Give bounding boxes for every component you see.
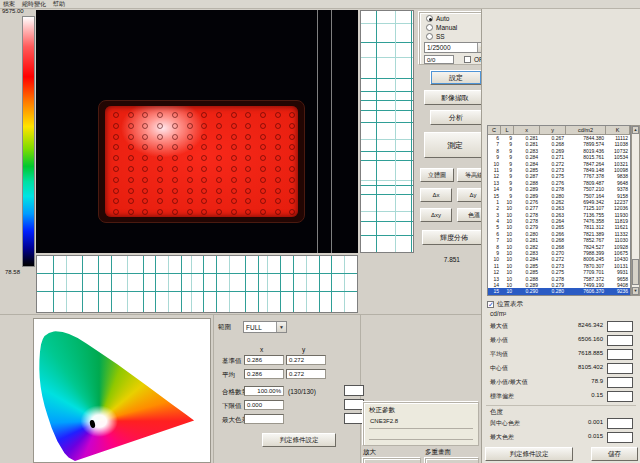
- measurement-point: [172, 123, 178, 129]
- measurement-point: [113, 166, 119, 172]
- judge-indicator: [344, 413, 364, 424]
- chroma-section-label: 色度: [490, 408, 503, 417]
- measurement-point: [245, 123, 251, 129]
- measure-button[interactable]: 測定: [424, 132, 486, 158]
- profile-gridline: [361, 122, 413, 123]
- measurement-point: [245, 177, 251, 183]
- or-checkbox[interactable]: [464, 56, 471, 63]
- calibration-group: 校正參數 CNE3F2.8: [363, 402, 479, 446]
- position-display-checkbox[interactable]: ✓: [487, 301, 494, 308]
- stat-label: 與中心色差: [490, 419, 520, 428]
- cursor-line-vertical-2[interactable]: [331, 10, 332, 253]
- counter-field[interactable]: 0/0: [424, 55, 454, 64]
- measurement-point: [157, 112, 163, 118]
- position-display-row[interactable]: ✓ 位置表示: [487, 300, 523, 309]
- measurement-point: [172, 188, 178, 194]
- radio-ss[interactable]: SS: [426, 33, 445, 40]
- judge-indicator: [344, 385, 364, 396]
- radio-auto[interactable]: Auto: [426, 15, 449, 22]
- measurement-point: [157, 198, 163, 204]
- measurement-point: [142, 123, 148, 129]
- stat-label: 最大值: [490, 322, 508, 331]
- radio-manual-circle[interactable]: [426, 24, 433, 31]
- measurement-point: [231, 112, 237, 118]
- profile-gridline: [168, 256, 169, 312]
- profile-gridline: [319, 256, 320, 312]
- calibration-value: CNE3F2.8: [370, 418, 398, 424]
- judge-indicator: [607, 377, 633, 388]
- table-row[interactable]: 15100.2900.2807606.3709236: [488, 288, 630, 294]
- stat-row-center: 中心值 8105.402: [490, 364, 635, 375]
- judge-indicator: [607, 432, 633, 443]
- measurement-point: [245, 134, 251, 140]
- radio-manual[interactable]: Manual: [426, 24, 457, 31]
- stat-row-avg: 平均值 7618.885: [490, 350, 635, 361]
- scroll-up-icon[interactable]: ▲: [632, 126, 639, 134]
- scroll-down-icon[interactable]: ▼: [632, 287, 639, 295]
- cursor-line-vertical-1[interactable]: [317, 10, 318, 253]
- measurement-point: [172, 144, 178, 150]
- measurement-point: [128, 198, 134, 204]
- measurement-point: [187, 123, 193, 129]
- judge-indicator: [607, 349, 633, 360]
- luminance-dist-button[interactable]: 輝度分佈: [422, 230, 486, 245]
- horizontal-profile-plot: [36, 255, 358, 313]
- app-window: 檔案 縮時變化 幫助 9575.00 78.58 7.851 Auto Manu…: [0, 0, 640, 463]
- measurement-point: [187, 209, 193, 215]
- measurement-point: [172, 134, 178, 140]
- measurement-point: [201, 112, 207, 118]
- save-button[interactable]: 儲存: [591, 447, 638, 461]
- measurement-point: [157, 188, 163, 194]
- judge-indicator: [607, 335, 633, 346]
- measurement-image[interactable]: [36, 10, 358, 253]
- judge-settings-button-2[interactable]: 判定條件設定: [262, 433, 336, 447]
- menu-bar: 檔案 縮時變化 幫助: [0, 0, 640, 9]
- stat-row-min: 最小值 6506.160: [490, 336, 635, 347]
- measurement-point: [157, 123, 163, 129]
- table-scrollbar[interactable]: ▲ ▼: [631, 125, 640, 296]
- capture-button[interactable]: 影像擷取: [424, 90, 486, 105]
- col-header-l: L: [501, 126, 514, 135]
- cursor-readout: 7.851: [398, 256, 460, 263]
- profile-gridline: [361, 110, 413, 111]
- measurement-point: [142, 155, 148, 161]
- delta-xy-button[interactable]: Δxy: [420, 208, 452, 222]
- radio-auto-circle[interactable]: [426, 15, 433, 22]
- measurement-point: [260, 134, 266, 140]
- profile-gridline: [155, 256, 156, 312]
- profile-gridline: [37, 273, 357, 274]
- radio-ss-circle[interactable]: [426, 33, 433, 40]
- settings-button[interactable]: 設定: [430, 70, 482, 85]
- shutter-select[interactable]: 1/25000 ▼: [424, 42, 488, 53]
- measurement-point: [289, 155, 295, 161]
- measurement-point: [187, 144, 193, 150]
- lower-limit-field[interactable]: 0.000: [244, 400, 284, 410]
- stat-label: 最大色差: [490, 433, 514, 442]
- measurement-point: [289, 134, 295, 140]
- position-display-label: 位置表示: [497, 300, 523, 309]
- analyze-button[interactable]: 分析: [430, 110, 482, 125]
- max-colordiff-field[interactable]: [244, 414, 284, 424]
- measurement-point: [172, 177, 178, 183]
- col-header-y: y: [540, 126, 566, 135]
- cie-chromaticity-diagram: [38, 321, 208, 462]
- calibration-title: 校正參數: [369, 406, 395, 415]
- table-cell: 7606.370: [566, 288, 606, 294]
- reference-x-field[interactable]: 0.286: [244, 355, 284, 365]
- measurement-point: [289, 123, 295, 129]
- reference-y-field[interactable]: 0.272: [286, 355, 326, 365]
- chevron-down-icon[interactable]: ▼: [276, 322, 286, 332]
- measurement-table: C L x y cd/m2 K 690.2810.2677844.3801111…: [487, 125, 631, 296]
- measurement-point: [216, 188, 222, 194]
- measurement-point: [289, 112, 295, 118]
- delta-x-button[interactable]: Δx: [420, 188, 452, 202]
- zoom-buttons-group: [363, 458, 421, 463]
- plot3d-button[interactable]: 立體圖: [420, 168, 454, 182]
- judge-settings-button[interactable]: 判定條件設定: [485, 447, 573, 461]
- range-select[interactable]: FULL ▼: [243, 321, 287, 333]
- scrollbar-thumb[interactable]: [632, 259, 639, 285]
- measurement-point: [142, 144, 148, 150]
- profile-gridline: [361, 211, 413, 212]
- menu-item-help[interactable]: 幫助: [53, 0, 65, 9]
- measurement-point: [231, 198, 237, 204]
